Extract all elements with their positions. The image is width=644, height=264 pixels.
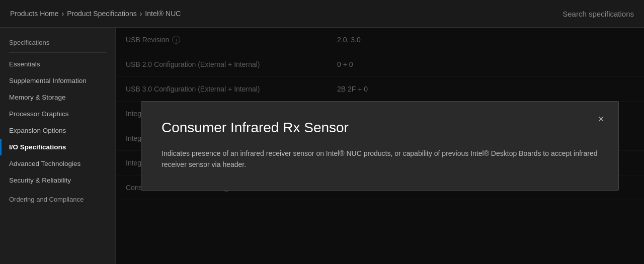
modal-dialog: × Consumer Infrared Rx Sensor Indicates …	[141, 101, 619, 191]
sidebar-item-processor-graphics[interactable]: Processor Graphics	[0, 106, 115, 122]
breadcrumb-sep1: ›	[61, 10, 64, 18]
search-specifications[interactable]: Search specifications	[562, 10, 634, 18]
modal-title: Consumer Infrared Rx Sensor	[162, 120, 598, 136]
main-layout: Specifications EssentialsSupplemental In…	[0, 28, 644, 264]
modal-body: Indicates presence of an infrared receiv…	[162, 148, 598, 170]
sidebar-item-advanced[interactable]: Advanced Technologies	[0, 155, 115, 172]
content-area: USB Revisioni2.0, 3.0USB 2.0 Configurati…	[116, 28, 644, 264]
header: Products Home › Product Specifications ›…	[0, 0, 644, 28]
sidebar-item-memory[interactable]: Memory & Storage	[0, 89, 115, 106]
sidebar-item-expansion[interactable]: Expansion Options	[0, 122, 115, 139]
sidebar-item-security[interactable]: Security & Reliability	[0, 172, 115, 189]
modal-close-button[interactable]: ×	[594, 111, 608, 128]
modal-overlay: × Consumer Infrared Rx Sensor Indicates …	[116, 28, 644, 264]
breadcrumb-home[interactable]: Products Home	[10, 10, 58, 18]
breadcrumb-product-specs[interactable]: Product Specifications	[67, 10, 137, 18]
breadcrumb-product[interactable]: Intel® NUC	[145, 10, 181, 18]
sidebar-item-essentials[interactable]: Essentials	[0, 56, 115, 72]
breadcrumb: Products Home › Product Specifications ›…	[10, 10, 181, 18]
breadcrumb-sep2: ›	[140, 10, 142, 18]
ordering-section-title: Ordering and Compliance	[0, 189, 115, 206]
sidebar-item-io[interactable]: I/O Specifications	[0, 139, 115, 155]
sidebar: Specifications EssentialsSupplemental In…	[0, 28, 116, 264]
sidebar-divider	[9, 52, 106, 53]
sidebar-item-supplemental[interactable]: Supplemental Information	[0, 72, 115, 89]
specifications-section-title: Specifications	[0, 33, 115, 49]
